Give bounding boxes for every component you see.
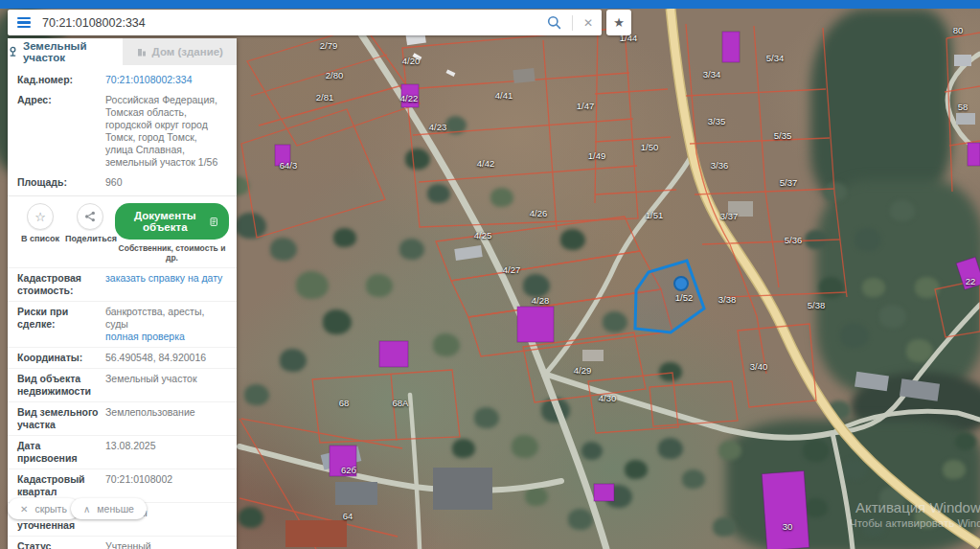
favorites-button[interactable]: ★	[606, 10, 631, 35]
info-row: Вид земельного участкаЗемлепользование	[8, 401, 237, 435]
info-value-cell: Землепользование	[105, 406, 227, 431]
info-row: Кадастровая стоимость:заказать справку н…	[8, 267, 237, 301]
info-value-cell: Земельный участок	[105, 373, 227, 398]
info-row: Адрес:Российская Федерация, Томская обла…	[8, 90, 237, 172]
info-row: Координаты:56.490548, 84.920016	[8, 347, 237, 368]
info-value: Российская Федерация, Томская область, г…	[105, 94, 217, 168]
info-label: Кадастровая стоимость:	[17, 272, 105, 297]
parcel-label: 3/36	[711, 160, 729, 171]
parcel-label: 1/49	[588, 150, 606, 161]
info-link[interactable]: 70:21:0108002:334	[105, 74, 193, 85]
parcel-label: 64	[343, 511, 353, 521]
info-label: Координаты:	[17, 352, 105, 364]
info-row: Дата присвоения13.08.2025	[8, 435, 237, 469]
info-row: Риски при сделке:банкротства, аресты, су…	[8, 301, 237, 347]
app-window: 1/442/794/205/343/342/804/412/814/221/47…	[0, 0, 980, 549]
clear-search-icon[interactable]: ✕	[575, 16, 602, 30]
tab-land-parcel[interactable]: Земельный участок	[8, 38, 123, 65]
close-icon: ✕	[20, 504, 28, 515]
selected-parcel-outline[interactable]	[635, 261, 704, 332]
parcel-label: 58	[958, 102, 969, 112]
info-label: Статус	[17, 540, 105, 549]
building-icon	[136, 46, 148, 57]
tab-label: Земельный участок	[23, 40, 123, 63]
parcel-label: 5/35	[774, 130, 792, 141]
info-label: Риски при сделке:	[17, 306, 105, 343]
object-summary-rows: Кад.номер:70:21:0108002:334Адрес:Российс…	[8, 65, 237, 193]
parcel-label: 62б	[341, 465, 356, 475]
info-value: Землепользование	[105, 406, 195, 418]
panel-tabs: Земельный участок Дом (здание)	[8, 38, 237, 65]
selected-parcel-marker[interactable]	[674, 277, 688, 290]
parcel-label: 5/36	[785, 235, 803, 245]
parcel-label: 4/23	[429, 122, 447, 132]
parcel-label: 5/38	[808, 300, 826, 310]
parcel-label: 1/47	[577, 101, 595, 111]
info-label: Кад.номер:	[17, 74, 105, 86]
parcel-label: 2/79	[320, 40, 338, 51]
info-value-cell: заказать справку на дату	[105, 272, 227, 297]
tab-label: Дом (здание)	[152, 46, 223, 57]
parcel-label: 4/20	[402, 56, 421, 66]
share-icon	[77, 203, 103, 230]
info-value: Земельный участок	[105, 373, 197, 384]
search-icon[interactable]	[538, 15, 570, 30]
parcel-label: 80	[953, 25, 964, 35]
share-button[interactable]: Поделиться	[65, 203, 115, 243]
info-row: Вид объекта недвижимостиЗемельный участо…	[8, 368, 237, 401]
info-row: Кадастровый квартал70:21:0108002	[8, 469, 237, 502]
info-value: 960	[105, 176, 123, 188]
add-to-list-label: В список	[15, 234, 65, 243]
parcel-label: 4/26	[530, 208, 548, 218]
windows-activation-watermark: Активация Windows Чтобы активировать Win…	[855, 499, 980, 529]
parcel-label: 68А	[393, 398, 409, 408]
parcel-label: 4/41	[495, 90, 513, 101]
info-value: 13.08.2025	[105, 440, 156, 451]
info-link[interactable]: полная проверка	[105, 331, 227, 343]
parcel-label: 5/34	[766, 53, 785, 63]
parcel-label: 3/37	[720, 211, 739, 221]
parcel-label: 4/28	[532, 295, 550, 306]
parcel-label: 2/80	[326, 70, 344, 80]
search-input[interactable]	[40, 15, 538, 31]
documents-button-label: Документы объекта	[126, 210, 204, 233]
parcel-label: 4/42	[477, 158, 495, 169]
info-label: Вид земельного участка	[17, 406, 105, 431]
info-label: Адрес:	[17, 94, 105, 169]
menu-icon[interactable]	[8, 17, 40, 29]
info-row: СтатусУчтенный	[8, 536, 237, 549]
info-link[interactable]: заказать справку на дату	[105, 272, 222, 284]
collapse-panel-button[interactable]: ∧ меньше	[71, 498, 147, 519]
object-info-panel: Земельный участок Дом (здание) Кад.номер…	[8, 38, 237, 549]
info-value-cell: Российская Федерация, Томская область, г…	[105, 94, 227, 169]
hide-label: скрыть	[34, 503, 67, 515]
documents-caption: Собственник, стоимость и др.	[115, 243, 229, 263]
info-value: Учтенный	[105, 540, 151, 549]
panel-actions: ☆ В список Поделиться Документы объекта …	[8, 195, 237, 267]
parcel-label: 4/22	[400, 93, 419, 103]
parcel-label: 2/81	[316, 92, 334, 103]
parcel-label: 1/52	[675, 292, 694, 303]
info-label: Площадь:	[17, 176, 105, 189]
parcel-label: 64/3	[280, 160, 298, 171]
info-value: 56.490548, 84.920016	[105, 352, 206, 363]
parcel-label: 5/37	[780, 177, 798, 188]
search-divider	[572, 15, 573, 31]
star-icon: ☆	[27, 203, 54, 230]
info-row: Площадь:960	[8, 172, 237, 193]
parcel-label: 1/51	[646, 210, 664, 220]
parcel-label: 22	[966, 276, 976, 286]
document-icon	[210, 216, 217, 228]
hide-panel-button[interactable]: ✕ скрыть	[8, 498, 80, 519]
search-bar: ✕	[8, 10, 602, 35]
tab-building[interactable]: Дом (здание)	[123, 38, 238, 65]
info-value-cell: Учтенный	[105, 540, 227, 549]
parcel-label: 3/35	[708, 116, 726, 126]
info-value-cell: 56.490548, 84.920016	[105, 352, 227, 364]
object-documents-button[interactable]: Документы объекта	[115, 203, 229, 240]
chevron-up-icon: ∧	[83, 504, 90, 515]
add-to-list-button[interactable]: ☆ В список	[15, 203, 65, 243]
less-label: меньше	[97, 503, 134, 515]
info-row: Кад.номер:70:21:0108002:334	[8, 70, 237, 90]
documents-section: Документы объекта Собственник, стоимость…	[115, 203, 229, 263]
